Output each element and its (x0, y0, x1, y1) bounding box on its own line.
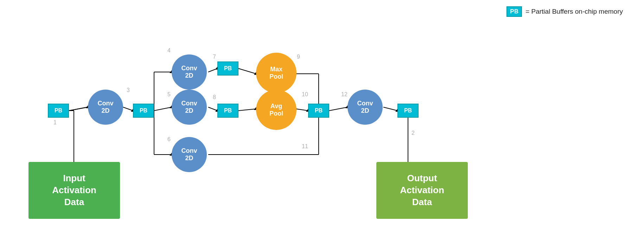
legend-pb-label: PB (510, 8, 518, 15)
svg-line-19 (238, 68, 256, 74)
label-4: 4 (167, 47, 171, 54)
svg-line-26 (296, 109, 308, 111)
svg-line-30 (329, 107, 347, 111)
avg-pool: Avg Pool (256, 90, 297, 130)
label-2: 2 (412, 130, 415, 136)
pb-box-out: PB (397, 104, 419, 118)
svg-line-10 (154, 107, 172, 111)
label-6: 6 (167, 136, 171, 143)
svg-line-2 (69, 107, 87, 111)
pb-box-3: PB (133, 104, 154, 118)
conv2d-5: Conv 2D (172, 90, 207, 125)
label-12: 12 (341, 91, 347, 98)
output-activation-box: OutputActivationData (376, 162, 468, 219)
label-8: 8 (213, 94, 216, 100)
output-activation-label: OutputActivationData (400, 172, 444, 208)
input-activation-label: InputActivationData (52, 172, 96, 208)
svg-line-21 (238, 109, 256, 111)
label-10: 10 (302, 91, 308, 98)
conv2d-4: Conv 2D (172, 54, 207, 90)
svg-line-5 (123, 107, 133, 111)
pb-box-7: PB (217, 61, 238, 76)
label-5: 5 (167, 91, 171, 98)
label-11: 11 (302, 143, 308, 150)
pb-box-10: PB (308, 104, 329, 118)
input-activation-box: InputActivationData (28, 162, 120, 219)
label-3: 3 (127, 87, 130, 93)
conv2d-12: Conv 2D (347, 90, 383, 125)
legend-description: = Partial Buffers on-chip memory (525, 8, 623, 15)
label-1: 1 (53, 119, 57, 126)
max-pool: Max Pool (256, 53, 297, 93)
label-9: 9 (297, 54, 300, 60)
svg-line-32 (383, 107, 397, 111)
legend-pb-box: PB (506, 6, 522, 17)
pb-box-8: PB (217, 104, 238, 118)
svg-line-3 (69, 107, 88, 111)
conv2d-1: Conv 2D (88, 90, 123, 125)
svg-line-17 (208, 107, 217, 111)
conv2d-6: Conv 2D (172, 137, 207, 172)
legend: PB = Partial Buffers on-chip memory (506, 6, 623, 17)
svg-line-15 (208, 68, 217, 72)
pb-box-1: PB (48, 104, 69, 118)
label-7: 7 (213, 54, 216, 60)
